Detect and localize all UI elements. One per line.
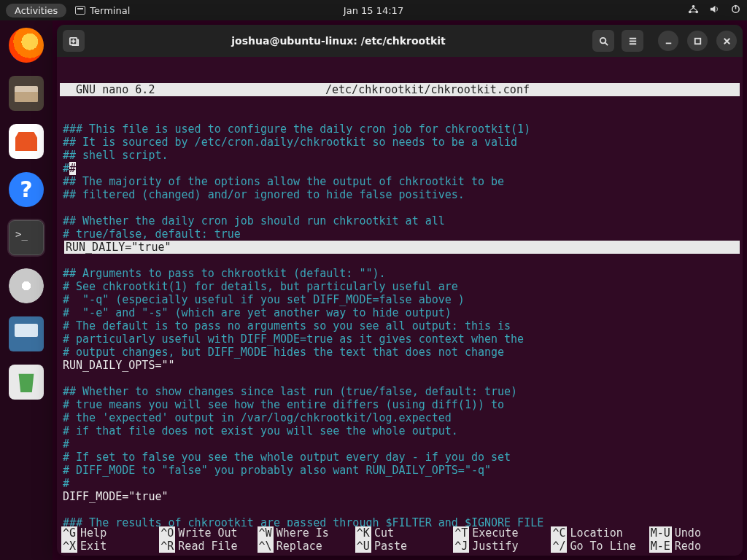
terminal-window: joshua@ubuntu-linux: /etc/chkrootkit GNU…: [57, 25, 743, 556]
editor-line[interactable]: #: [63, 438, 69, 451]
editor-line[interactable]: ## Whether the daily cron job should run…: [63, 214, 445, 228]
dock-firefox[interactable]: [9, 28, 44, 63]
editor-line[interactable]: # if that file does not exist you will s…: [63, 424, 458, 438]
nano-shortcut: M-UUndo: [649, 526, 738, 540]
shortcut-key: ^G: [61, 526, 77, 540]
editor-line[interactable]: ### This file is used to configure the d…: [63, 122, 530, 136]
editor-line[interactable]: ## shell script.: [63, 149, 169, 162]
editor-line[interactable]: DIFF_MODE="true": [63, 490, 169, 503]
new-tab-button[interactable]: [63, 30, 85, 52]
dock-help[interactable]: ?: [9, 172, 44, 207]
dock-software[interactable]: [9, 124, 44, 159]
editor-line[interactable]: # DIFF_MODE to "false" you probably also…: [63, 464, 491, 477]
nano-file-path: /etc/chkrootkit/chkrootkit.conf: [282, 83, 737, 96]
nano-shortcut: ^GHelp: [61, 526, 150, 540]
editor-line[interactable]: #: [63, 477, 69, 490]
shortcut-key: ^/: [551, 540, 567, 553]
editor-line[interactable]: # See chkrootkit(1) for details, but par…: [63, 280, 458, 293]
shortcut-label: Go To Line: [570, 540, 635, 553]
nano-shortcut-bar: ^GHelp^OWrite Out^WWhere Is^KCut^TExecut…: [57, 526, 743, 556]
shortcut-key: ^W: [258, 526, 274, 540]
shortcut-label: Justify: [472, 540, 518, 553]
nano-shortcut: ^KCut: [355, 526, 444, 540]
editor-line[interactable]: ## Whether to show changes since last ru…: [63, 385, 517, 398]
editor-line[interactable]: # the 'expected' output in /var/log/chkr…: [63, 411, 452, 424]
shortcut-key: ^\: [258, 540, 274, 553]
volume-icon[interactable]: [709, 4, 720, 17]
svg-rect-6: [694, 38, 700, 44]
shortcut-label: Write Out: [178, 526, 237, 540]
active-app-indicator[interactable]: Terminal: [75, 5, 130, 16]
menu-button[interactable]: [622, 30, 643, 52]
editor-line[interactable]: # If set to false you see the whole outp…: [63, 451, 511, 464]
shortcut-label: Redo: [675, 540, 701, 553]
shortcut-key: ^R: [159, 540, 175, 553]
nano-shortcut: ^UPaste: [355, 540, 444, 553]
nano-shortcut: ^TExecute: [453, 526, 542, 540]
minimize-button[interactable]: [658, 31, 678, 51]
nano-app-name: GNU nano 6.2: [63, 83, 282, 96]
dock-save[interactable]: [9, 316, 44, 351]
shortcut-key: ^U: [355, 540, 371, 553]
editor-line[interactable]: ## filtered (changed) and/or ignored to …: [63, 188, 465, 201]
editor-line[interactable]: RUN_DAILY_OPTS="": [63, 359, 175, 372]
editor-line[interactable]: RUN_DAILY="true": [64, 241, 740, 254]
shortcut-label: Exit: [80, 540, 107, 553]
system-tray: [688, 4, 741, 17]
shortcut-label: Replace: [276, 540, 322, 553]
power-icon[interactable]: [730, 4, 741, 17]
dock-show-apps[interactable]: [12, 509, 41, 538]
nano-shortcut: ^CLocation: [551, 526, 640, 540]
close-button[interactable]: [716, 31, 737, 51]
system-top-bar: Activities Terminal Jan 15 14:17: [0, 0, 747, 20]
terminal-viewport[interactable]: GNU nano 6.2 /etc/chkrootkit/chkrootkit.…: [57, 57, 743, 526]
active-app-name: Terminal: [90, 5, 130, 16]
shortcut-label: Paste: [374, 540, 407, 553]
dock-disc[interactable]: [9, 268, 44, 303]
svg-point-5: [600, 37, 605, 43]
editor-line[interactable]: ## The majority of the options allow the…: [63, 175, 504, 188]
shortcut-label: Location: [570, 526, 622, 540]
editor-line[interactable]: # "-q" (especially useful if you set DIF…: [63, 293, 465, 306]
search-button[interactable]: [592, 30, 614, 52]
shortcut-key: M-U: [649, 526, 672, 540]
editor-line[interactable]: # true means you will see how the entire…: [63, 398, 504, 411]
editor-line[interactable]: # true/false, default: true: [63, 228, 241, 241]
window-titlebar: joshua@ubuntu-linux: /etc/chkrootkit: [57, 25, 743, 57]
nano-titlebar: GNU nano 6.2 /etc/chkrootkit/chkrootkit.…: [60, 83, 740, 96]
shortcut-key: ^C: [551, 526, 567, 540]
editor-line[interactable]: # output changes, but DIFF_MODE hides th…: [63, 346, 504, 359]
editor-line[interactable]: ## It is sourced by /etc/cron.daily/chkr…: [63, 136, 517, 149]
editor-line[interactable]: ## Arguments to pass to chkrootkit (defa…: [63, 267, 386, 280]
activities-button[interactable]: Activities: [6, 4, 66, 18]
shortcut-key: ^O: [159, 526, 175, 540]
maximize-button[interactable]: [687, 31, 708, 51]
shortcut-label: Help: [80, 526, 107, 540]
dock-files[interactable]: [9, 76, 44, 111]
nano-shortcut: ^RRead File: [159, 540, 248, 553]
shortcut-key: M-E: [649, 540, 672, 553]
dock-terminal[interactable]: >_: [9, 220, 44, 255]
dock-trash[interactable]: [9, 365, 44, 400]
editor-line[interactable]: # particularly useful with DIFF_MODE=tru…: [63, 332, 524, 346]
shortcut-key: ^T: [453, 526, 469, 540]
window-title: joshua@ubuntu-linux: /etc/chkrootkit: [90, 35, 587, 47]
nano-shortcut: ^/Go To Line: [551, 540, 640, 553]
dock: ? >_: [0, 20, 53, 560]
editor-line[interactable]: # "-e" and "-s" (which are yet another w…: [63, 306, 452, 319]
svg-point-0: [692, 5, 695, 8]
shortcut-label: Undo: [675, 526, 701, 540]
editor-line[interactable]: ### The results of chkrootkit are passed…: [63, 516, 543, 526]
nano-shortcut: M-ERedo: [649, 540, 738, 553]
network-icon[interactable]: [688, 4, 699, 17]
editor-line[interactable]: ##: [63, 162, 76, 175]
shortcut-label: Execute: [472, 526, 518, 540]
terminal-icon: [75, 6, 85, 15]
nano-shortcut: ^XExit: [61, 540, 150, 553]
clock[interactable]: Jan 15 14:17: [344, 5, 403, 16]
shortcut-key: ^X: [61, 540, 77, 553]
nano-buffer[interactable]: ### This file is used to configure the d…: [58, 122, 741, 526]
shortcut-label: Where Is: [276, 526, 329, 540]
editor-line[interactable]: # The default is to pass no arguments so…: [63, 319, 511, 332]
shortcut-key: ^J: [453, 540, 469, 553]
